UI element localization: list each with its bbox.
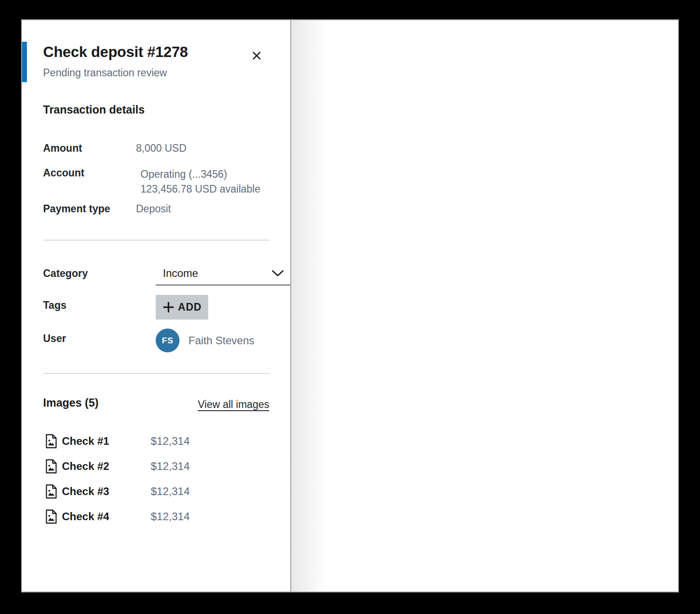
payment-type-row: Payment type Deposit — [43, 203, 269, 215]
image-amount: $12,314 — [151, 460, 190, 473]
category-label: Category — [43, 268, 136, 280]
tags-row: Tags ADD — [43, 299, 269, 311]
image-file-icon — [44, 434, 59, 449]
section-divider — [43, 373, 269, 374]
account-label: Account — [43, 167, 136, 179]
close-icon — [249, 48, 264, 63]
status-text: Pending transaction review — [43, 67, 167, 79]
list-item-check-1[interactable]: Check #1 $12,314 — [43, 432, 269, 451]
add-tag-button[interactable]: ADD — [156, 295, 208, 320]
section-divider — [43, 240, 269, 241]
transaction-details-heading: Transaction details — [43, 103, 144, 116]
image-label: Check #2 — [62, 460, 151, 473]
account-name: Operating (...3456) — [140, 167, 260, 182]
user-name: Faith Stevens — [188, 334, 254, 347]
avatar: FS — [156, 329, 179, 352]
image-label: Check #4 — [62, 510, 151, 523]
list-item-check-3[interactable]: Check #3 $12,314 — [43, 482, 269, 501]
app-window: Check deposit #1278 Pending transaction … — [21, 19, 679, 592]
close-button[interactable] — [246, 45, 267, 66]
accent-bar — [22, 42, 27, 82]
chevron-down-icon — [271, 270, 284, 277]
user-row: User FS Faith Stevens — [43, 333, 269, 345]
account-balance: 123,456.78 USD available — [140, 182, 260, 197]
payment-type-label: Payment type — [43, 203, 136, 215]
amount-label: Amount — [43, 142, 136, 154]
image-file-icon — [44, 509, 59, 524]
image-amount: $12,314 — [151, 485, 190, 498]
image-amount: $12,314 — [151, 435, 190, 447]
transaction-detail-drawer: Check deposit #1278 Pending transaction … — [22, 20, 290, 592]
amount-row: Amount 8,000 USD — [43, 142, 269, 154]
image-amount: $12,314 — [151, 510, 190, 523]
plus-icon — [162, 301, 175, 313]
category-row: Category Income — [43, 268, 269, 280]
drawer-shadow — [291, 20, 326, 592]
image-label: Check #3 — [62, 485, 151, 498]
category-selected-value: Income — [163, 267, 271, 280]
category-select[interactable]: Income — [156, 262, 290, 285]
account-value: Operating (...3456) 123,456.78 USD avail… — [140, 167, 260, 197]
image-file-icon — [44, 484, 59, 499]
image-label: Check #1 — [62, 435, 151, 447]
main-content-area — [291, 20, 678, 592]
list-item-check-2[interactable]: Check #2 $12,314 — [43, 457, 269, 476]
tags-label: Tags — [43, 299, 136, 311]
page-title: Check deposit #1278 — [43, 44, 188, 61]
account-row: Account Operating (...3456) 123,456.78 U… — [43, 167, 269, 197]
image-file-icon — [44, 459, 59, 474]
list-item-check-4[interactable]: Check #4 $12,314 — [43, 507, 269, 526]
amount-value: 8,000 USD — [136, 142, 187, 154]
payment-type-value: Deposit — [136, 203, 171, 215]
add-tag-label: ADD — [178, 301, 202, 313]
user-label: User — [43, 333, 136, 345]
images-heading: Images (5) — [43, 396, 99, 409]
view-all-images-link[interactable]: View all images — [135, 399, 269, 411]
